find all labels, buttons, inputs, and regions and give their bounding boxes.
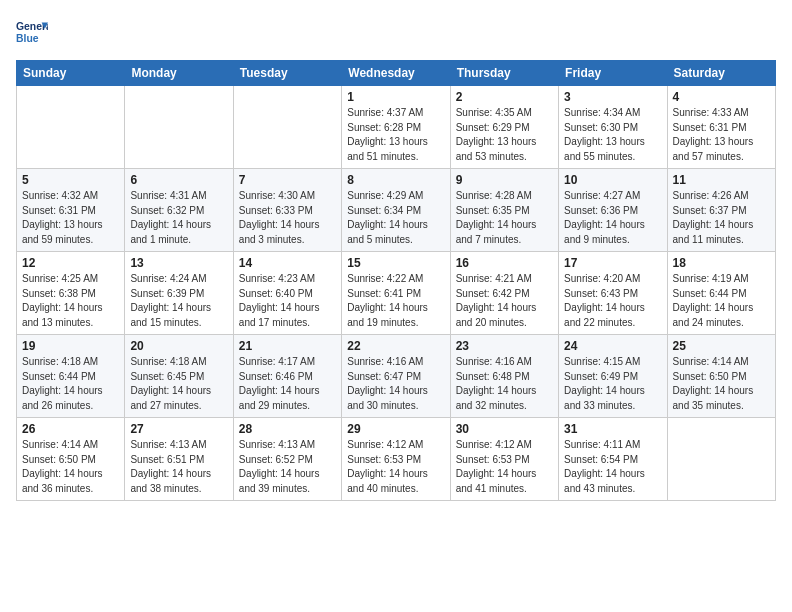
day-number: 11 xyxy=(673,173,770,187)
calendar-day-10: 10Sunrise: 4:27 AMSunset: 6:36 PMDayligh… xyxy=(559,169,667,252)
calendar-day-18: 18Sunrise: 4:19 AMSunset: 6:44 PMDayligh… xyxy=(667,252,775,335)
calendar-day-6: 6Sunrise: 4:31 AMSunset: 6:32 PMDaylight… xyxy=(125,169,233,252)
calendar-week-row: 19Sunrise: 4:18 AMSunset: 6:44 PMDayligh… xyxy=(17,335,776,418)
logo: General Blue xyxy=(16,16,50,48)
calendar-day-25: 25Sunrise: 4:14 AMSunset: 6:50 PMDayligh… xyxy=(667,335,775,418)
calendar-day-9: 9Sunrise: 4:28 AMSunset: 6:35 PMDaylight… xyxy=(450,169,558,252)
day-info: Sunrise: 4:29 AMSunset: 6:34 PMDaylight:… xyxy=(347,189,444,247)
day-info: Sunrise: 4:27 AMSunset: 6:36 PMDaylight:… xyxy=(564,189,661,247)
calendar-day-14: 14Sunrise: 4:23 AMSunset: 6:40 PMDayligh… xyxy=(233,252,341,335)
calendar-day-27: 27Sunrise: 4:13 AMSunset: 6:51 PMDayligh… xyxy=(125,418,233,501)
day-number: 1 xyxy=(347,90,444,104)
day-number: 29 xyxy=(347,422,444,436)
day-number: 30 xyxy=(456,422,553,436)
day-info: Sunrise: 4:30 AMSunset: 6:33 PMDaylight:… xyxy=(239,189,336,247)
calendar-empty-cell xyxy=(667,418,775,501)
day-info: Sunrise: 4:25 AMSunset: 6:38 PMDaylight:… xyxy=(22,272,119,330)
day-info: Sunrise: 4:35 AMSunset: 6:29 PMDaylight:… xyxy=(456,106,553,164)
day-info: Sunrise: 4:21 AMSunset: 6:42 PMDaylight:… xyxy=(456,272,553,330)
calendar-day-24: 24Sunrise: 4:15 AMSunset: 6:49 PMDayligh… xyxy=(559,335,667,418)
day-number: 28 xyxy=(239,422,336,436)
day-number: 16 xyxy=(456,256,553,270)
day-number: 8 xyxy=(347,173,444,187)
day-number: 2 xyxy=(456,90,553,104)
calendar-day-31: 31Sunrise: 4:11 AMSunset: 6:54 PMDayligh… xyxy=(559,418,667,501)
day-info: Sunrise: 4:12 AMSunset: 6:53 PMDaylight:… xyxy=(456,438,553,496)
day-info: Sunrise: 4:16 AMSunset: 6:47 PMDaylight:… xyxy=(347,355,444,413)
calendar-day-26: 26Sunrise: 4:14 AMSunset: 6:50 PMDayligh… xyxy=(17,418,125,501)
weekday-header-thursday: Thursday xyxy=(450,61,558,86)
day-info: Sunrise: 4:16 AMSunset: 6:48 PMDaylight:… xyxy=(456,355,553,413)
calendar-day-19: 19Sunrise: 4:18 AMSunset: 6:44 PMDayligh… xyxy=(17,335,125,418)
calendar-empty-cell xyxy=(17,86,125,169)
day-number: 26 xyxy=(22,422,119,436)
calendar-day-16: 16Sunrise: 4:21 AMSunset: 6:42 PMDayligh… xyxy=(450,252,558,335)
day-number: 5 xyxy=(22,173,119,187)
day-info: Sunrise: 4:14 AMSunset: 6:50 PMDaylight:… xyxy=(673,355,770,413)
day-info: Sunrise: 4:13 AMSunset: 6:52 PMDaylight:… xyxy=(239,438,336,496)
day-info: Sunrise: 4:13 AMSunset: 6:51 PMDaylight:… xyxy=(130,438,227,496)
day-info: Sunrise: 4:18 AMSunset: 6:44 PMDaylight:… xyxy=(22,355,119,413)
calendar-day-17: 17Sunrise: 4:20 AMSunset: 6:43 PMDayligh… xyxy=(559,252,667,335)
day-number: 3 xyxy=(564,90,661,104)
day-info: Sunrise: 4:11 AMSunset: 6:54 PMDaylight:… xyxy=(564,438,661,496)
day-number: 9 xyxy=(456,173,553,187)
day-info: Sunrise: 4:15 AMSunset: 6:49 PMDaylight:… xyxy=(564,355,661,413)
day-number: 27 xyxy=(130,422,227,436)
calendar-week-row: 12Sunrise: 4:25 AMSunset: 6:38 PMDayligh… xyxy=(17,252,776,335)
day-number: 7 xyxy=(239,173,336,187)
calendar-header-row: SundayMondayTuesdayWednesdayThursdayFrid… xyxy=(17,61,776,86)
calendar-week-row: 26Sunrise: 4:14 AMSunset: 6:50 PMDayligh… xyxy=(17,418,776,501)
svg-text:Blue: Blue xyxy=(16,33,39,44)
day-number: 23 xyxy=(456,339,553,353)
calendar-day-1: 1Sunrise: 4:37 AMSunset: 6:28 PMDaylight… xyxy=(342,86,450,169)
calendar-table: SundayMondayTuesdayWednesdayThursdayFrid… xyxy=(16,60,776,501)
calendar-day-23: 23Sunrise: 4:16 AMSunset: 6:48 PMDayligh… xyxy=(450,335,558,418)
day-info: Sunrise: 4:31 AMSunset: 6:32 PMDaylight:… xyxy=(130,189,227,247)
day-info: Sunrise: 4:37 AMSunset: 6:28 PMDaylight:… xyxy=(347,106,444,164)
day-info: Sunrise: 4:34 AMSunset: 6:30 PMDaylight:… xyxy=(564,106,661,164)
calendar-day-22: 22Sunrise: 4:16 AMSunset: 6:47 PMDayligh… xyxy=(342,335,450,418)
day-info: Sunrise: 4:22 AMSunset: 6:41 PMDaylight:… xyxy=(347,272,444,330)
day-number: 22 xyxy=(347,339,444,353)
day-number: 18 xyxy=(673,256,770,270)
day-number: 20 xyxy=(130,339,227,353)
day-info: Sunrise: 4:19 AMSunset: 6:44 PMDaylight:… xyxy=(673,272,770,330)
calendar-day-11: 11Sunrise: 4:26 AMSunset: 6:37 PMDayligh… xyxy=(667,169,775,252)
weekday-header-monday: Monday xyxy=(125,61,233,86)
day-number: 17 xyxy=(564,256,661,270)
day-info: Sunrise: 4:23 AMSunset: 6:40 PMDaylight:… xyxy=(239,272,336,330)
day-number: 4 xyxy=(673,90,770,104)
calendar-empty-cell xyxy=(233,86,341,169)
day-info: Sunrise: 4:32 AMSunset: 6:31 PMDaylight:… xyxy=(22,189,119,247)
calendar-day-20: 20Sunrise: 4:18 AMSunset: 6:45 PMDayligh… xyxy=(125,335,233,418)
day-number: 13 xyxy=(130,256,227,270)
calendar-day-3: 3Sunrise: 4:34 AMSunset: 6:30 PMDaylight… xyxy=(559,86,667,169)
day-info: Sunrise: 4:14 AMSunset: 6:50 PMDaylight:… xyxy=(22,438,119,496)
calendar-day-30: 30Sunrise: 4:12 AMSunset: 6:53 PMDayligh… xyxy=(450,418,558,501)
weekday-header-sunday: Sunday xyxy=(17,61,125,86)
logo-icon: General Blue xyxy=(16,16,48,48)
day-number: 14 xyxy=(239,256,336,270)
calendar-day-29: 29Sunrise: 4:12 AMSunset: 6:53 PMDayligh… xyxy=(342,418,450,501)
weekday-header-wednesday: Wednesday xyxy=(342,61,450,86)
day-number: 31 xyxy=(564,422,661,436)
calendar-day-21: 21Sunrise: 4:17 AMSunset: 6:46 PMDayligh… xyxy=(233,335,341,418)
day-info: Sunrise: 4:18 AMSunset: 6:45 PMDaylight:… xyxy=(130,355,227,413)
day-number: 6 xyxy=(130,173,227,187)
calendar-day-28: 28Sunrise: 4:13 AMSunset: 6:52 PMDayligh… xyxy=(233,418,341,501)
day-info: Sunrise: 4:20 AMSunset: 6:43 PMDaylight:… xyxy=(564,272,661,330)
calendar-day-8: 8Sunrise: 4:29 AMSunset: 6:34 PMDaylight… xyxy=(342,169,450,252)
calendar-day-7: 7Sunrise: 4:30 AMSunset: 6:33 PMDaylight… xyxy=(233,169,341,252)
day-number: 12 xyxy=(22,256,119,270)
day-number: 21 xyxy=(239,339,336,353)
day-number: 25 xyxy=(673,339,770,353)
weekday-header-saturday: Saturday xyxy=(667,61,775,86)
day-number: 15 xyxy=(347,256,444,270)
day-info: Sunrise: 4:28 AMSunset: 6:35 PMDaylight:… xyxy=(456,189,553,247)
calendar-day-13: 13Sunrise: 4:24 AMSunset: 6:39 PMDayligh… xyxy=(125,252,233,335)
calendar-day-15: 15Sunrise: 4:22 AMSunset: 6:41 PMDayligh… xyxy=(342,252,450,335)
day-info: Sunrise: 4:12 AMSunset: 6:53 PMDaylight:… xyxy=(347,438,444,496)
calendar-week-row: 5Sunrise: 4:32 AMSunset: 6:31 PMDaylight… xyxy=(17,169,776,252)
calendar-empty-cell xyxy=(125,86,233,169)
